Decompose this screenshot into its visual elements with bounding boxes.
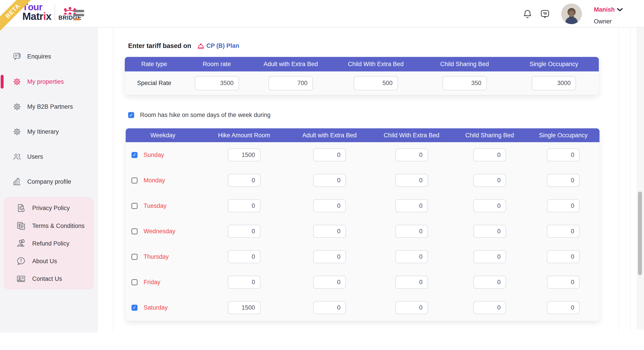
rate-value-input[interactable] xyxy=(268,76,313,90)
weekday-label: Monday xyxy=(144,177,165,184)
weekday-checkbox[interactable] xyxy=(132,279,138,285)
hike-value-input[interactable] xyxy=(313,276,346,289)
sidebar-item-terms-conditions[interactable]: Terms & Conditions xyxy=(4,218,93,233)
hike-value-input[interactable] xyxy=(228,225,260,238)
weekday-label: Friday xyxy=(144,279,160,286)
rate-table: Rate typeRoom rateAdult with Extra BedCh… xyxy=(125,57,599,95)
rate-value-cell xyxy=(332,76,420,90)
hike-value-input[interactable] xyxy=(547,174,580,187)
hike-value-cell xyxy=(527,301,600,314)
weekday-checkbox[interactable]: ✓ xyxy=(132,152,138,158)
table-row: Thursday xyxy=(126,244,600,269)
rate-value-cell xyxy=(420,76,509,90)
weekday-checkbox[interactable] xyxy=(132,177,138,183)
rate-value-input[interactable] xyxy=(442,76,487,90)
user-role: Owner xyxy=(594,18,623,25)
hike-value-input[interactable] xyxy=(228,250,260,263)
hike-value-input[interactable] xyxy=(474,276,506,289)
weekday-checkbox[interactable] xyxy=(132,254,138,260)
hike-value-input[interactable] xyxy=(547,301,580,314)
weekday-label: Sunday xyxy=(144,152,164,159)
user-menu[interactable]: Manish Owner xyxy=(594,6,623,25)
hike-value-input[interactable] xyxy=(547,149,580,161)
hike-value-input[interactable] xyxy=(474,174,506,187)
hike-value-cell xyxy=(288,149,371,161)
hike-value-input[interactable] xyxy=(313,301,346,314)
weekday-checkbox[interactable] xyxy=(132,203,138,209)
hike-value-input[interactable] xyxy=(228,199,260,212)
sidebar-item-contact-us[interactable]: Contact Us xyxy=(4,271,93,286)
notification-bell-icon[interactable] xyxy=(522,9,532,19)
rate-table-col-header: Room rate xyxy=(184,57,250,71)
hike-value-input[interactable] xyxy=(395,199,428,212)
sidebar-item-label: Company profile xyxy=(27,178,71,185)
sidebar-item-privacy-policy[interactable]: Privacy Policy xyxy=(4,201,93,215)
hike-value-input[interactable] xyxy=(313,250,346,263)
sidebar-item-my-b2b-partners[interactable]: My B2B Partners xyxy=(0,100,98,114)
cloche-icon xyxy=(197,42,204,49)
user-avatar[interactable] xyxy=(561,3,582,24)
hike-value-input[interactable] xyxy=(228,301,260,314)
weekday-checkbox[interactable] xyxy=(132,228,138,234)
sidebar-item-label: Refund Policy xyxy=(32,240,70,247)
legal-links-panel: Privacy Policy Terms & Conditions Refund… xyxy=(4,197,94,289)
hike-value-input[interactable] xyxy=(313,225,346,238)
hike-checkbox[interactable]: ✓ xyxy=(128,112,134,118)
hike-value-cell xyxy=(527,199,600,212)
app-logo[interactable]: Tour Matrix BRIDGE xyxy=(22,3,82,21)
plan-link[interactable]: CP (B) Plan xyxy=(197,42,239,49)
hike-value-input[interactable] xyxy=(313,174,346,187)
table-row: Friday xyxy=(126,269,600,295)
hike-value-cell xyxy=(200,250,288,263)
sidebar-item-enquires[interactable]: Enquires xyxy=(0,49,98,63)
hike-table-col-header: Child With Extra Bed xyxy=(371,128,452,142)
hike-value-input[interactable] xyxy=(547,225,580,238)
sidebar-item-refund-policy[interactable]: Refund Policy xyxy=(4,236,93,251)
hike-value-input[interactable] xyxy=(474,149,506,161)
hike-value-input[interactable] xyxy=(474,225,506,238)
sidebar-item-my-itinerary[interactable]: My Itinerary xyxy=(0,125,98,139)
table-row: ✓Saturday xyxy=(126,295,600,320)
rate-table-col-header: Adult with Extra Bed xyxy=(250,57,332,71)
hike-value-input[interactable] xyxy=(395,174,428,187)
hike-value-input[interactable] xyxy=(547,250,580,263)
hike-value-cell xyxy=(527,149,600,161)
hike-value-input[interactable] xyxy=(474,301,506,314)
sidebar-item-users[interactable]: Users xyxy=(0,150,98,164)
rate-table-body: Special Rate xyxy=(125,71,599,95)
rate-value-input[interactable] xyxy=(354,76,398,90)
hike-value-cell xyxy=(452,174,527,187)
documents-icon xyxy=(16,221,26,231)
hike-value-input[interactable] xyxy=(547,199,580,212)
hike-value-cell xyxy=(288,174,371,187)
hike-value-input[interactable] xyxy=(395,149,428,161)
sidebar-item-my-properties[interactable]: My properties xyxy=(0,75,98,89)
page-scrollbar-thumb[interactable] xyxy=(638,191,642,275)
hike-value-cell xyxy=(371,174,452,187)
rate-value-input[interactable] xyxy=(532,76,576,90)
hike-value-input[interactable] xyxy=(395,225,428,238)
hike-value-cell xyxy=(288,301,371,314)
hike-value-input[interactable] xyxy=(547,276,580,289)
chat-icon[interactable] xyxy=(540,9,550,19)
hike-value-cell xyxy=(200,225,288,238)
hike-value-input[interactable] xyxy=(313,149,346,161)
hike-value-input[interactable] xyxy=(395,301,428,314)
weekday-checkbox[interactable]: ✓ xyxy=(132,305,138,311)
rate-value-cell xyxy=(184,76,250,90)
hike-value-input[interactable] xyxy=(474,199,506,212)
rate-value-input[interactable] xyxy=(195,76,239,90)
menu-toggle-icon[interactable] xyxy=(73,9,85,22)
hike-value-input[interactable] xyxy=(395,276,428,289)
logo-matrix-text: Matrix xyxy=(22,11,52,21)
hike-value-input[interactable] xyxy=(313,199,346,212)
sidebar-item-company-profile[interactable]: Company profile xyxy=(0,175,98,189)
hike-value-input[interactable] xyxy=(474,250,506,263)
hike-value-input[interactable] xyxy=(228,149,260,161)
hike-value-input[interactable] xyxy=(395,250,428,263)
hike-value-input[interactable] xyxy=(228,174,260,187)
hike-value-input[interactable] xyxy=(228,276,260,289)
page-scrollbar-track[interactable] xyxy=(637,27,644,330)
sidebar-item-about-us[interactable]: About Us xyxy=(4,254,93,269)
weekday-label: Thursday xyxy=(144,253,169,260)
